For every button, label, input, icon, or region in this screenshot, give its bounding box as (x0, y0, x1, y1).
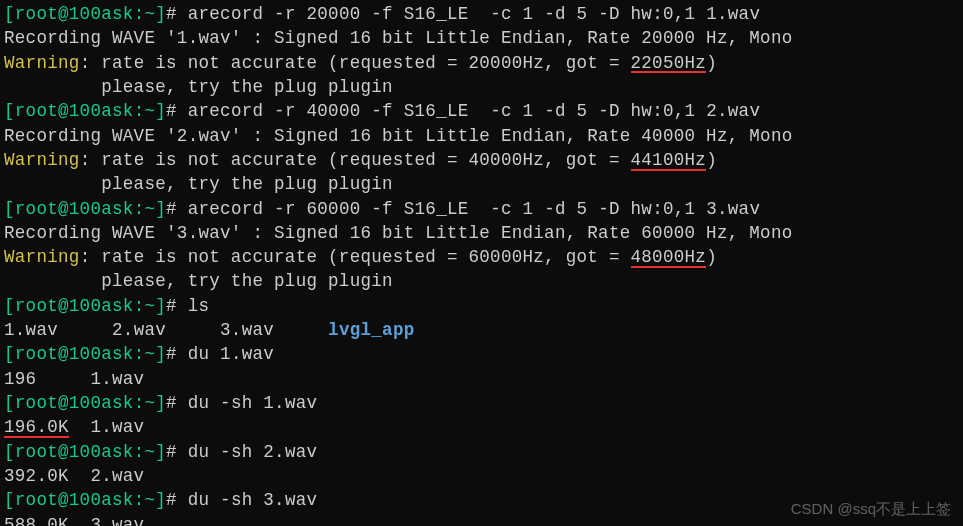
prompt-user-host: root@100ask (15, 4, 134, 24)
command-text: arecord -r 40000 -f S16_LE -c 1 -d 5 -D … (177, 101, 760, 121)
prompt-line: [root@100ask:~]# arecord -r 40000 -f S16… (4, 99, 959, 123)
terminal-output[interactable]: [root@100ask:~]# arecord -r 20000 -f S16… (4, 2, 959, 526)
prompt-open: [ (4, 4, 15, 24)
warning-line: Warning: rate is not accurate (requested… (4, 148, 959, 172)
command-text: arecord -r 20000 -f S16_LE -c 1 -d 5 -D … (177, 4, 760, 24)
prompt-line: [root@100ask:~]# arecord -r 20000 -f S16… (4, 2, 959, 26)
file-item: 3.wav (220, 320, 274, 340)
got-rate-value: 44100Hz (631, 152, 707, 171)
warning-text: : rate is not accurate (requested = 2000… (80, 53, 631, 73)
du-output: 196.0K 1.wav (4, 415, 959, 439)
ls-output: 1.wav 2.wav 3.wav lvgl_app (4, 318, 959, 342)
prompt-path: ~ (144, 4, 155, 24)
prompt-line: [root@100ask:~]# ls (4, 294, 959, 318)
prompt-sep: : (134, 4, 145, 24)
warning-tail: please, try the plug plugin (4, 269, 959, 293)
warning-label: Warning (4, 247, 80, 267)
file-item: 2.wav (112, 320, 166, 340)
got-rate-value: 48000Hz (631, 249, 707, 268)
warning-label: Warning (4, 150, 80, 170)
watermark-text: CSDN @ssq不是上上签 (791, 499, 951, 520)
command-text: du -sh 3.wav (177, 490, 317, 510)
command-text: du -sh 2.wav (177, 442, 317, 462)
dir-item: lvgl_app (328, 320, 414, 340)
prompt-line: [root@100ask:~]# arecord -r 60000 -f S16… (4, 197, 959, 221)
warning-line: Warning: rate is not accurate (requested… (4, 245, 959, 269)
output-line: Recording WAVE '2.wav' : Signed 16 bit L… (4, 124, 959, 148)
warning-tail: please, try the plug plugin (4, 75, 959, 99)
command-text: ls (177, 296, 209, 316)
file-item: 1.wav (4, 320, 58, 340)
warning-text-tail: ) (706, 53, 717, 73)
command-text: du 1.wav (177, 344, 274, 364)
output-line: Recording WAVE '3.wav' : Signed 16 bit L… (4, 221, 959, 245)
output-line: Recording WAVE '1.wav' : Signed 16 bit L… (4, 26, 959, 50)
size-value: 196.0K (4, 419, 69, 438)
got-rate-value: 22050Hz (631, 55, 707, 74)
size-value: 588.0K (4, 517, 69, 526)
prompt-hash: # (166, 4, 177, 24)
warning-tail: please, try the plug plugin (4, 172, 959, 196)
prompt-line: [root@100ask:~]# du 1.wav (4, 342, 959, 366)
prompt-line: [root@100ask:~]# du -sh 1.wav (4, 391, 959, 415)
command-text: arecord -r 60000 -f S16_LE -c 1 -d 5 -D … (177, 199, 760, 219)
warning-line: Warning: rate is not accurate (requested… (4, 51, 959, 75)
command-text: du -sh 1.wav (177, 393, 317, 413)
warning-label: Warning (4, 53, 80, 73)
du-output: 196 1.wav (4, 367, 959, 391)
du-output: 392.0K 2.wav (4, 464, 959, 488)
prompt-line: [root@100ask:~]# du -sh 2.wav (4, 440, 959, 464)
prompt-close: ] (155, 4, 166, 24)
